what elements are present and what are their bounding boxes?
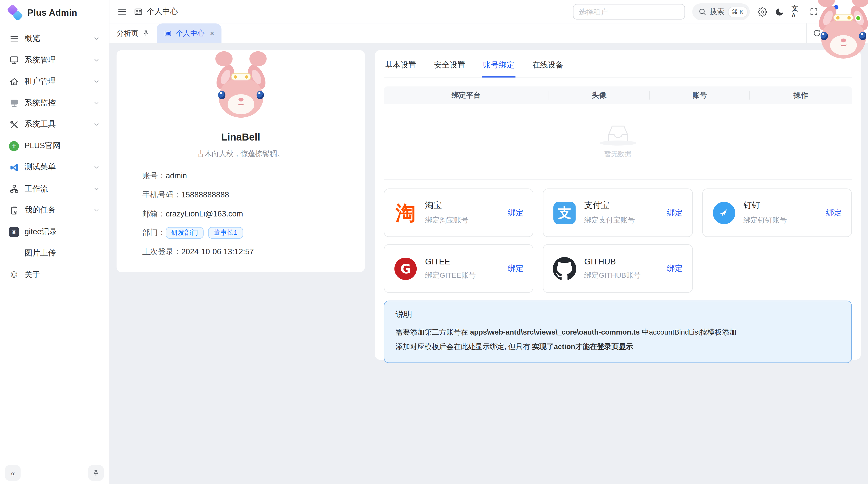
- copyright-icon: ©: [9, 270, 19, 280]
- language-translate-button[interactable]: 文A: [792, 7, 802, 17]
- tab-personal-center[interactable]: 个人中心 ×: [157, 23, 222, 43]
- pin-icon[interactable]: [142, 30, 150, 37]
- tab-account-binding[interactable]: 账号绑定: [482, 58, 516, 77]
- global-search-button[interactable]: 搜索 ⌘ K: [692, 3, 750, 20]
- fullscreen-button[interactable]: [809, 7, 819, 17]
- collapse-sidebar-button[interactable]: «: [5, 465, 21, 481]
- plus-circle-icon: +: [9, 141, 19, 151]
- sidebar-item-workflow[interactable]: 工作流: [5, 178, 104, 200]
- settings-gear-button[interactable]: [757, 7, 767, 17]
- sidebar-item-system-management[interactable]: 系统管理: [5, 50, 104, 71]
- chevron-down-icon: [93, 164, 100, 171]
- sidebar-item-system-monitor[interactable]: 系统监控: [5, 92, 104, 114]
- tab-online-devices[interactable]: 在线设备: [531, 58, 565, 77]
- home-icon: [9, 77, 19, 87]
- breadcrumb-label: 个人中心: [147, 7, 178, 17]
- sidebar-item-test-menu[interactable]: 测试菜单: [5, 157, 104, 178]
- id-card-icon: [134, 7, 143, 16]
- tab-security-settings[interactable]: 安全设置: [433, 58, 466, 77]
- bind-github-link[interactable]: 绑定: [667, 263, 683, 273]
- chevron-down-icon: [93, 78, 100, 85]
- note-box: 说明 需要添加第三方账号在 apps\web-antd\src\views\_c…: [384, 300, 852, 363]
- column-platform: 绑定平台: [384, 90, 549, 100]
- chevron-down-icon: [93, 207, 100, 214]
- dark-mode-moon-button[interactable]: [774, 7, 784, 17]
- search-shortcut-badge: ⌘ K: [728, 7, 747, 17]
- hamburger-menu-button[interactable]: [117, 7, 127, 17]
- profile-field-phone: 手机号码：15888888888: [142, 189, 365, 201]
- tab-analysis[interactable]: 分析页: [109, 23, 157, 43]
- binding-table-header: 绑定平台 头像 账号 操作: [384, 87, 852, 104]
- empty-text: 暂无数据: [604, 149, 631, 159]
- clipboard-task-icon: [9, 205, 19, 216]
- tools-icon: [9, 120, 19, 130]
- app-title: Plus Admin: [27, 8, 77, 18]
- id-card-icon: [164, 29, 172, 37]
- sidebar-item-plus-website[interactable]: + PLUS官网: [5, 135, 104, 157]
- logo[interactable]: Plus Admin: [0, 0, 109, 26]
- header-actions: 搜索 ⌘ K 文A: [572, 3, 860, 20]
- display-icon: [9, 98, 19, 108]
- profile-card: LinaBell 古木向人秋，惊蓬掠鬓稠。 账号：admin 手机号码：1588…: [117, 50, 365, 272]
- search-label: 搜索: [710, 7, 724, 17]
- bind-dingtalk-link[interactable]: 绑定: [826, 208, 842, 218]
- chevron-down-icon: [93, 186, 100, 192]
- dingtalk-icon: [712, 201, 736, 224]
- github-icon: [553, 257, 577, 280]
- close-tab-icon[interactable]: ×: [210, 29, 214, 37]
- sidebar-item-my-tasks[interactable]: 我的任务: [5, 200, 104, 221]
- empty-inbox-icon: [605, 124, 630, 143]
- sidebar-menu: 概览 系统管理 租户管理 系统监控 系统工具: [0, 26, 109, 285]
- menu-lines-icon: [9, 33, 19, 44]
- profile-fields: 账号：admin 手机号码：15888888888 邮箱：crazyLionLi…: [117, 170, 365, 258]
- chevron-down-icon: [93, 57, 100, 63]
- sidebar-item-about[interactable]: © 关于: [5, 264, 104, 285]
- profile-field-last-login: 上次登录：2024-10-06 13:12:57: [142, 246, 365, 258]
- page-tabbar: 分析页 个人中心 ×: [109, 23, 868, 43]
- column-actions: 操作: [750, 90, 852, 100]
- sidebar-item-image-upload[interactable]: 图片上传: [5, 243, 104, 264]
- sidebar-item-tenant-management[interactable]: 租户管理: [5, 71, 104, 92]
- tenant-select-input[interactable]: [572, 4, 685, 20]
- pin-sidebar-button[interactable]: [88, 465, 104, 481]
- settings-tabs: 基本设置 安全设置 账号绑定 在线设备: [384, 58, 852, 77]
- bind-taobao-link[interactable]: 绑定: [508, 208, 523, 218]
- breadcrumb[interactable]: 个人中心: [134, 7, 178, 17]
- alipay-icon: 支: [553, 201, 577, 224]
- empty-state: 暂无数据: [384, 104, 852, 180]
- profile-field-email: 邮箱：crazyLionLi@163.com: [142, 208, 365, 220]
- bind-alipay-link[interactable]: 绑定: [667, 208, 683, 218]
- binding-cards: 淘 淘宝绑定淘宝账号 绑定 支 支付宝绑定支付宝账号 绑定 钉钉绑定钉钉账号 绑…: [384, 189, 852, 293]
- profile-field-account: 账号：admin: [142, 170, 365, 182]
- sitemap-icon: [9, 184, 19, 194]
- app-root: Plus Admin 概览 系统管理 租户管理 系统监控: [0, 0, 868, 484]
- vscode-icon: [9, 162, 19, 172]
- top-header: 个人中心 搜索 ⌘ K 文A: [109, 0, 868, 23]
- yen-badge-icon: ¥: [9, 227, 19, 237]
- column-avatar: 头像: [549, 90, 650, 100]
- profile-name: LinaBell: [117, 132, 365, 143]
- monitor-icon: [9, 55, 19, 65]
- tab-basic-settings[interactable]: 基本设置: [384, 58, 417, 77]
- user-avatar[interactable]: [843, 3, 860, 20]
- plus-admin-logo-icon: [8, 5, 22, 20]
- note-title: 说明: [396, 310, 840, 320]
- sidebar-item-gitee-record[interactable]: ¥ gitee记录: [5, 221, 104, 243]
- sidebar-footer: «: [0, 465, 109, 481]
- taobao-icon: 淘: [394, 201, 417, 224]
- binding-card-alipay: 支 支付宝绑定支付宝账号 绑定: [543, 189, 693, 237]
- chevron-down-icon: [93, 35, 100, 42]
- online-status-dot: [855, 15, 861, 21]
- department-tag: 董事长1: [208, 227, 243, 239]
- chevron-down-icon: [93, 100, 100, 106]
- sidebar-item-overview[interactable]: 概览: [5, 28, 104, 50]
- page-content: LinaBell 古木向人秋，惊蓬掠鬓稠。 账号：admin 手机号码：1588…: [109, 43, 868, 484]
- note-line-1: 需要添加第三方账号在 apps\web-antd\src\views\_core…: [396, 327, 840, 338]
- department-tag: 研发部门: [166, 227, 204, 239]
- sidebar-item-system-tools[interactable]: 系统工具: [5, 114, 104, 135]
- profile-avatar: [211, 62, 271, 123]
- binding-card-github: GITHUB绑定GITHUB账号 绑定: [543, 244, 693, 293]
- settings-panel: 基本设置 安全设置 账号绑定 在线设备 绑定平台 头像 账号 操作 暂无数据: [375, 50, 861, 360]
- bind-gitee-link[interactable]: 绑定: [508, 263, 523, 273]
- binding-card-gitee: G GITEE绑定GITEE账号 绑定: [384, 244, 534, 293]
